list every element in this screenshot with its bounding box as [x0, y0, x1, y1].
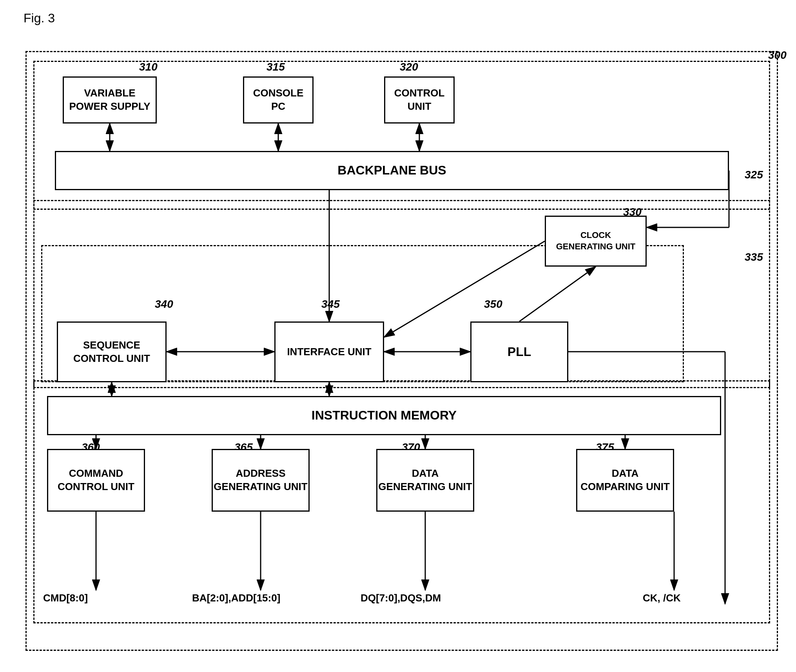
data-comparing-unit-block: DATA COMPARING UNIT: [576, 449, 674, 512]
ck-output-label: CK, /CK: [643, 592, 681, 604]
backplane-bus-block: BACKPLANE BUS: [55, 151, 729, 190]
address-generating-unit-block: ADDRESS GENERATING UNIT: [212, 449, 310, 512]
ba-add-output-label: BA[2:0],ADD[15:0]: [192, 592, 280, 604]
sequence-control-unit-block: SEQUENCE CONTROL UNIT: [57, 321, 167, 382]
interface-unit-block: INTERFACE UNIT: [274, 321, 384, 382]
instruction-memory-block: INSTRUCTION MEMORY: [47, 396, 721, 435]
data-generating-unit-block: DATA GENERATING UNIT: [376, 449, 474, 512]
cmd-output-label: CMD[8:0]: [43, 592, 88, 604]
variable-power-supply-block: VARIABLE POWER SUPPLY: [63, 76, 157, 124]
control-unit-block: CONTROL UNIT: [384, 76, 455, 124]
fig-label: Fig. 3: [24, 11, 55, 25]
pll-block: PLL: [470, 321, 568, 382]
command-control-unit-block: COMMAND CONTROL UNIT: [47, 449, 145, 512]
clock-generating-unit-block: CLOCK GENERATING UNIT: [545, 216, 647, 267]
console-pc-block: CONSOLE PC: [243, 76, 314, 124]
dq-output-label: DQ[7:0],DQS,DM: [361, 592, 441, 604]
